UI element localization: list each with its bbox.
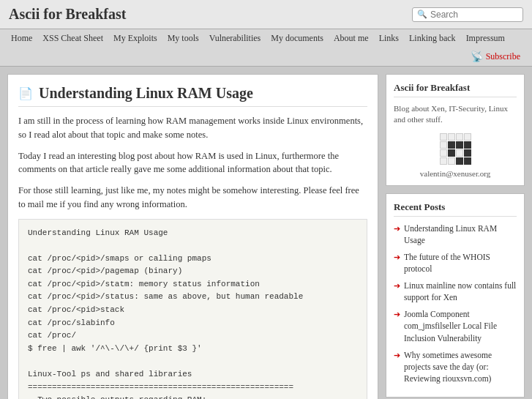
post-title: 📄 Understanding Linux RAM Usage xyxy=(18,85,367,107)
sidebar-blog-info: Ascii for Breakfast Blog about Xen, IT-S… xyxy=(386,74,525,186)
avatar-cell xyxy=(448,157,455,165)
recent-post-item[interactable]: ➔Understanding Linux RAM Usage xyxy=(394,223,517,246)
nav-impressum[interactable]: Impressum xyxy=(461,29,510,48)
avatar-cell xyxy=(440,133,447,141)
recent-post-label: Why sometimes awesome projects save the … xyxy=(404,349,517,384)
avatar-cell xyxy=(464,141,471,149)
paragraph-2: Today I read an interesting blog post ab… xyxy=(18,149,367,177)
nav-xss[interactable]: XSS Cheat Sheet xyxy=(37,29,108,48)
main-wrap: 📄 Understanding Linux RAM Usage I am sti… xyxy=(0,67,532,399)
nav-about[interactable]: About me xyxy=(329,29,374,48)
arrow-icon: ➔ xyxy=(394,280,400,291)
avatar-cell xyxy=(456,149,463,157)
recent-posts-list: ➔Understanding Linux RAM Usage➔The futur… xyxy=(394,223,517,384)
paragraph-3: For those still learning, just like me, … xyxy=(18,184,367,212)
sidebar-recent-title: Recent Posts xyxy=(394,201,517,217)
sidebar-blog-title: Ascii for Breakfast xyxy=(394,82,517,97)
avatar-grid xyxy=(440,133,471,165)
recent-post-label: Joomla Component com_jmsfilseller Local … xyxy=(404,308,517,343)
sidebar: Ascii for Breakfast Blog about Xen, IT-S… xyxy=(386,74,525,399)
arrow-icon: ➔ xyxy=(394,252,400,263)
nav-tools[interactable]: My tools xyxy=(162,29,204,48)
paragraph-1: I am still in the process of learning ho… xyxy=(18,114,367,142)
header: Ascii for Breakfast 🔍 xyxy=(0,0,532,29)
avatar-email: valentin@xenuser.org xyxy=(394,169,517,178)
arrow-icon: ➔ xyxy=(394,350,400,361)
sidebar-recent-posts: Recent Posts ➔Understanding Linux RAM Us… xyxy=(386,193,525,398)
subscribe-button[interactable]: 📡 Subscribe xyxy=(465,48,526,66)
avatar-cell xyxy=(456,157,463,165)
avatar-cell xyxy=(440,141,447,149)
recent-post-label: The future of the WHOIS protocol xyxy=(404,251,517,275)
avatar-cell xyxy=(464,133,471,141)
content-area: 📄 Understanding Linux RAM Usage I am sti… xyxy=(7,74,378,399)
recent-post-label: Understanding Linux RAM Usage xyxy=(404,223,517,246)
nav-bar: Home XSS Cheat Sheet My Exploits My tool… xyxy=(0,29,532,67)
subscribe-label: Subscribe xyxy=(486,51,520,62)
code-block: Understanding Linux RAM Usage cat /proc/… xyxy=(18,219,367,400)
nav-docs[interactable]: My documents xyxy=(266,29,329,48)
avatar-wrap xyxy=(394,132,517,165)
avatar-cell xyxy=(440,157,447,165)
avatar-cell xyxy=(448,141,455,149)
recent-post-item[interactable]: ➔Why sometimes awesome projects save the… xyxy=(394,349,517,384)
recent-post-item[interactable]: ➔The future of the WHOIS protocol xyxy=(394,251,517,275)
nav-linkback[interactable]: Linking back xyxy=(404,29,461,48)
nav-links[interactable]: Links xyxy=(374,29,404,48)
search-input[interactable] xyxy=(430,10,518,20)
recent-post-item[interactable]: ➔Joomla Component com_jmsfilseller Local… xyxy=(394,308,517,343)
site-title: Ascii for Breakfast xyxy=(9,6,126,23)
recent-post-item[interactable]: ➔Linux mainline now contains full suppor… xyxy=(394,280,517,303)
avatar-cell xyxy=(448,133,455,141)
rss-icon: 📡 xyxy=(471,51,483,63)
avatar-cell xyxy=(456,141,463,149)
recent-post-label: Linux mainline now contains full support… xyxy=(404,280,517,303)
avatar-cell xyxy=(464,149,471,157)
search-icon: 🔍 xyxy=(417,10,427,19)
avatar-cell xyxy=(456,133,463,141)
sidebar-blog-desc: Blog about Xen, IT-Security, Linux and o… xyxy=(394,103,517,126)
nav-home[interactable]: Home xyxy=(6,29,37,48)
nav-vuln[interactable]: Vulnerabilities xyxy=(204,29,266,48)
search-box: 🔍 xyxy=(412,7,523,22)
nav-exploits[interactable]: My Exploits xyxy=(108,29,162,48)
post-icon: 📄 xyxy=(18,86,33,100)
arrow-icon: ➔ xyxy=(394,223,400,234)
avatar-cell xyxy=(464,157,471,165)
post-body: I am still in the process of learning ho… xyxy=(18,114,367,399)
avatar-cell xyxy=(448,149,455,157)
arrow-icon: ➔ xyxy=(394,309,400,320)
avatar-cell xyxy=(440,149,447,157)
